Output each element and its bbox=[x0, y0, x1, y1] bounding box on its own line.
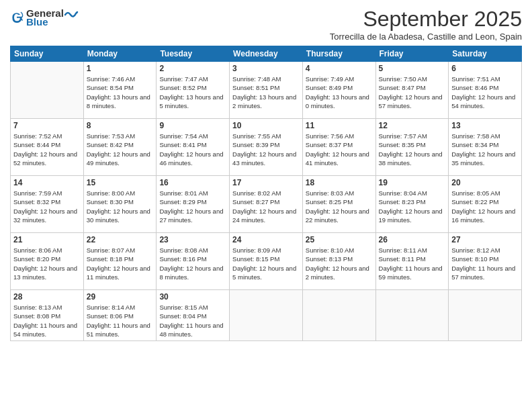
calendar-cell bbox=[375, 290, 449, 341]
day-detail: Sunrise: 7:54 AM Sunset: 8:41 PM Dayligh… bbox=[159, 132, 226, 167]
calendar-cell: 11 Sunrise: 7:56 AM Sunset: 8:37 PM Dayl… bbox=[302, 119, 375, 176]
day-detail: Sunrise: 7:48 AM Sunset: 8:51 PM Dayligh… bbox=[232, 75, 300, 110]
day-number: 5 bbox=[379, 64, 446, 73]
day-detail: Sunrise: 7:49 AM Sunset: 8:49 PM Dayligh… bbox=[306, 75, 373, 110]
calendar-cell: 4 Sunrise: 7:49 AM Sunset: 8:49 PM Dayli… bbox=[302, 62, 375, 119]
calendar-cell: 16 Sunrise: 8:01 AM Sunset: 8:29 PM Dayl… bbox=[157, 176, 230, 233]
day-detail: Sunrise: 8:14 AM Sunset: 8:06 PM Dayligh… bbox=[87, 303, 154, 338]
day-detail: Sunrise: 8:10 AM Sunset: 8:13 PM Dayligh… bbox=[306, 246, 373, 281]
page: General Blue September 2025 Torrecilla d… bbox=[0, 0, 532, 411]
header-monday: Monday bbox=[83, 46, 157, 62]
calendar-cell: 17 Sunrise: 8:02 AM Sunset: 8:27 PM Dayl… bbox=[230, 176, 303, 233]
calendar-cell: 5 Sunrise: 7:50 AM Sunset: 8:47 PM Dayli… bbox=[375, 62, 449, 119]
calendar-cell: 3 Sunrise: 7:48 AM Sunset: 8:51 PM Dayli… bbox=[230, 62, 303, 119]
day-number: 1 bbox=[87, 64, 154, 73]
day-detail: Sunrise: 8:01 AM Sunset: 8:29 PM Dayligh… bbox=[159, 189, 226, 224]
day-number: 21 bbox=[13, 235, 81, 244]
header-thursday: Thursday bbox=[302, 46, 375, 62]
calendar-cell: 8 Sunrise: 7:53 AM Sunset: 8:42 PM Dayli… bbox=[83, 119, 157, 176]
logo-text: General Blue bbox=[26, 7, 79, 28]
day-number: 8 bbox=[87, 121, 154, 130]
day-detail: Sunrise: 7:47 AM Sunset: 8:52 PM Dayligh… bbox=[159, 75, 226, 110]
day-number: 25 bbox=[306, 235, 373, 244]
day-number: 2 bbox=[159, 64, 226, 73]
calendar-cell bbox=[230, 290, 303, 341]
location-title: Torrecilla de la Abadesa, Castille and L… bbox=[330, 32, 522, 42]
calendar-cell: 21 Sunrise: 8:06 AM Sunset: 8:20 PM Dayl… bbox=[11, 233, 84, 290]
day-number: 6 bbox=[451, 64, 519, 73]
day-detail: Sunrise: 8:07 AM Sunset: 8:18 PM Dayligh… bbox=[87, 246, 154, 281]
day-number: 27 bbox=[451, 235, 519, 244]
day-detail: Sunrise: 7:55 AM Sunset: 8:39 PM Dayligh… bbox=[232, 132, 300, 167]
day-number: 13 bbox=[451, 121, 519, 130]
day-detail: Sunrise: 8:13 AM Sunset: 8:08 PM Dayligh… bbox=[13, 303, 81, 338]
calendar-table: Sunday Monday Tuesday Wednesday Thursday… bbox=[10, 46, 522, 341]
calendar-cell: 12 Sunrise: 7:57 AM Sunset: 8:35 PM Dayl… bbox=[375, 119, 449, 176]
day-detail: Sunrise: 8:15 AM Sunset: 8:04 PM Dayligh… bbox=[159, 303, 226, 338]
calendar-cell: 29 Sunrise: 8:14 AM Sunset: 8:06 PM Dayl… bbox=[83, 290, 157, 341]
logo: General Blue bbox=[10, 7, 79, 28]
day-number: 26 bbox=[379, 235, 446, 244]
calendar-cell: 13 Sunrise: 7:58 AM Sunset: 8:34 PM Dayl… bbox=[449, 119, 522, 176]
calendar-cell: 9 Sunrise: 7:54 AM Sunset: 8:41 PM Dayli… bbox=[157, 119, 230, 176]
calendar-cell bbox=[11, 62, 84, 119]
calendar-cell: 15 Sunrise: 8:00 AM Sunset: 8:30 PM Dayl… bbox=[83, 176, 157, 233]
header-tuesday: Tuesday bbox=[157, 46, 230, 62]
calendar-cell: 26 Sunrise: 8:11 AM Sunset: 8:11 PM Dayl… bbox=[375, 233, 449, 290]
day-detail: Sunrise: 7:50 AM Sunset: 8:47 PM Dayligh… bbox=[379, 75, 446, 110]
day-number: 3 bbox=[232, 64, 300, 73]
calendar-cell: 2 Sunrise: 7:47 AM Sunset: 8:52 PM Dayli… bbox=[157, 62, 230, 119]
header-wednesday: Wednesday bbox=[230, 46, 303, 62]
day-number: 15 bbox=[87, 178, 154, 187]
month-title: September 2025 bbox=[330, 7, 522, 32]
calendar-cell: 24 Sunrise: 8:09 AM Sunset: 8:15 PM Dayl… bbox=[230, 233, 303, 290]
logo-wave-icon bbox=[64, 7, 79, 19]
day-number: 18 bbox=[306, 178, 373, 187]
day-number: 29 bbox=[87, 292, 154, 302]
day-detail: Sunrise: 8:00 AM Sunset: 8:30 PM Dayligh… bbox=[87, 189, 154, 224]
day-detail: Sunrise: 7:51 AM Sunset: 8:46 PM Dayligh… bbox=[451, 75, 519, 110]
calendar-cell: 19 Sunrise: 8:04 AM Sunset: 8:23 PM Dayl… bbox=[375, 176, 449, 233]
day-number: 22 bbox=[87, 235, 154, 244]
day-number: 7 bbox=[13, 121, 81, 130]
day-detail: Sunrise: 8:06 AM Sunset: 8:20 PM Dayligh… bbox=[13, 246, 81, 281]
day-number: 9 bbox=[159, 121, 226, 130]
day-number: 14 bbox=[13, 178, 81, 187]
calendar-cell bbox=[302, 290, 375, 341]
day-number: 19 bbox=[379, 178, 446, 187]
day-number: 17 bbox=[232, 178, 300, 187]
calendar-cell: 22 Sunrise: 8:07 AM Sunset: 8:18 PM Dayl… bbox=[83, 233, 157, 290]
day-detail: Sunrise: 7:58 AM Sunset: 8:34 PM Dayligh… bbox=[451, 132, 519, 167]
calendar-cell: 30 Sunrise: 8:15 AM Sunset: 8:04 PM Dayl… bbox=[157, 290, 230, 341]
day-detail: Sunrise: 8:03 AM Sunset: 8:25 PM Dayligh… bbox=[306, 189, 373, 224]
day-detail: Sunrise: 8:08 AM Sunset: 8:16 PM Dayligh… bbox=[159, 246, 226, 281]
logo-icon bbox=[10, 11, 24, 24]
day-detail: Sunrise: 7:46 AM Sunset: 8:54 PM Dayligh… bbox=[87, 75, 154, 110]
title-area: September 2025 Torrecilla de la Abadesa,… bbox=[330, 7, 522, 42]
day-detail: Sunrise: 7:53 AM Sunset: 8:42 PM Dayligh… bbox=[87, 132, 154, 167]
calendar-cell: 23 Sunrise: 8:08 AM Sunset: 8:16 PM Dayl… bbox=[157, 233, 230, 290]
day-number: 4 bbox=[306, 64, 373, 73]
day-detail: Sunrise: 7:57 AM Sunset: 8:35 PM Dayligh… bbox=[379, 132, 446, 167]
header: General Blue September 2025 Torrecilla d… bbox=[10, 7, 522, 42]
day-number: 10 bbox=[232, 121, 300, 130]
header-friday: Friday bbox=[375, 46, 449, 62]
day-detail: Sunrise: 8:05 AM Sunset: 8:22 PM Dayligh… bbox=[451, 189, 519, 224]
calendar-cell: 28 Sunrise: 8:13 AM Sunset: 8:08 PM Dayl… bbox=[11, 290, 84, 341]
day-number: 24 bbox=[232, 235, 300, 244]
day-detail: Sunrise: 7:52 AM Sunset: 8:44 PM Dayligh… bbox=[13, 132, 81, 167]
calendar-cell: 18 Sunrise: 8:03 AM Sunset: 8:25 PM Dayl… bbox=[302, 176, 375, 233]
calendar-cell: 7 Sunrise: 7:52 AM Sunset: 8:44 PM Dayli… bbox=[11, 119, 84, 176]
calendar-cell: 25 Sunrise: 8:10 AM Sunset: 8:13 PM Dayl… bbox=[302, 233, 375, 290]
calendar-cell: 1 Sunrise: 7:46 AM Sunset: 8:54 PM Dayli… bbox=[83, 62, 157, 119]
day-detail: Sunrise: 7:59 AM Sunset: 8:32 PM Dayligh… bbox=[13, 189, 81, 224]
header-sunday: Sunday bbox=[11, 46, 84, 62]
day-detail: Sunrise: 8:12 AM Sunset: 8:10 PM Dayligh… bbox=[451, 246, 519, 281]
day-detail: Sunrise: 8:02 AM Sunset: 8:27 PM Dayligh… bbox=[232, 189, 300, 224]
calendar-cell: 14 Sunrise: 7:59 AM Sunset: 8:32 PM Dayl… bbox=[11, 176, 84, 233]
weekday-header-row: Sunday Monday Tuesday Wednesday Thursday… bbox=[11, 46, 522, 62]
day-number: 16 bbox=[159, 178, 226, 187]
day-number: 23 bbox=[159, 235, 226, 244]
day-detail: Sunrise: 8:09 AM Sunset: 8:15 PM Dayligh… bbox=[232, 246, 300, 281]
day-detail: Sunrise: 7:56 AM Sunset: 8:37 PM Dayligh… bbox=[306, 132, 373, 167]
